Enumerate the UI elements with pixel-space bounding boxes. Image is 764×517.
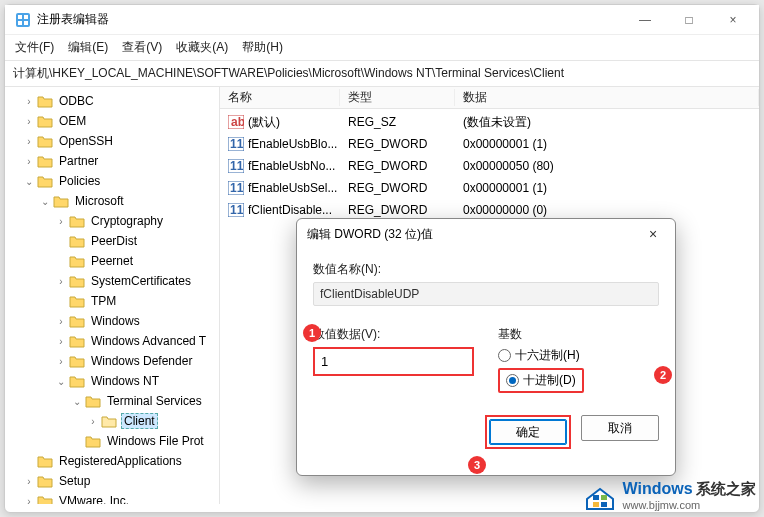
tree-item-setup[interactable]: ›Setup bbox=[5, 471, 219, 491]
radio-hex-row[interactable]: 十六进制(H) bbox=[498, 347, 659, 364]
tree-item-vmware[interactable]: ›VMware. Inc. bbox=[5, 491, 219, 504]
svg-rect-2 bbox=[24, 15, 28, 19]
tree-item-peernet[interactable]: Peernet bbox=[5, 251, 219, 271]
chevron-right-icon: › bbox=[55, 356, 67, 367]
dialog-close-button[interactable]: × bbox=[641, 226, 665, 242]
dialog-titlebar: 编辑 DWORD (32 位)值 × bbox=[297, 219, 675, 249]
chevron-right-icon: › bbox=[55, 216, 67, 227]
menu-help[interactable]: 帮助(H) bbox=[242, 39, 283, 56]
radio-dec[interactable] bbox=[506, 374, 519, 387]
col-name[interactable]: 名称 bbox=[220, 89, 340, 106]
tree-item-partner[interactable]: ›Partner bbox=[5, 151, 219, 171]
folder-open-icon bbox=[101, 414, 117, 428]
svg-rect-1 bbox=[18, 15, 22, 19]
value-row[interactable]: 110fEnableUsbNo... REG_DWORD 0x00000050 … bbox=[220, 155, 759, 177]
folder-icon bbox=[37, 154, 53, 168]
value-data-label: 数值数据(V): bbox=[313, 326, 474, 343]
base-label: 基数 bbox=[498, 326, 659, 343]
tree-label: Peernet bbox=[89, 254, 135, 268]
ok-button[interactable]: 确定 bbox=[489, 419, 567, 445]
value-name: fEnableUsbNo... bbox=[248, 159, 335, 173]
value-type: REG_DWORD bbox=[340, 159, 455, 173]
cancel-button[interactable]: 取消 bbox=[581, 415, 659, 441]
folder-icon bbox=[69, 214, 85, 228]
tree-item-windows[interactable]: ›Windows bbox=[5, 311, 219, 331]
col-data[interactable]: 数据 bbox=[455, 89, 759, 106]
svg-rect-18 bbox=[601, 502, 607, 507]
value-name: (默认) bbox=[248, 114, 280, 131]
tree-item-registeredapplications[interactable]: RegisteredApplications bbox=[5, 451, 219, 471]
tree-item-windows-defender[interactable]: ›Windows Defender bbox=[5, 351, 219, 371]
close-button[interactable]: × bbox=[711, 5, 755, 35]
folder-icon bbox=[37, 114, 53, 128]
tree-item-openssh[interactable]: ›OpenSSH bbox=[5, 131, 219, 151]
tree-item-peerdist[interactable]: PeerDist bbox=[5, 231, 219, 251]
tree-item-windows-advanced-threat[interactable]: ›Windows Advanced T bbox=[5, 331, 219, 351]
folder-icon bbox=[37, 474, 53, 488]
binary-value-icon: 110 bbox=[228, 203, 244, 217]
tree-panel[interactable]: ›ODBC ›OEM ›OpenSSH ›Partner ⌄Policies ⌄… bbox=[5, 87, 220, 504]
maximize-button[interactable]: □ bbox=[667, 5, 711, 35]
chevron-right-icon: › bbox=[55, 276, 67, 287]
chevron-right-icon: › bbox=[23, 496, 35, 505]
string-value-icon: ab bbox=[228, 115, 244, 129]
list-header: 名称 类型 数据 bbox=[220, 87, 759, 109]
value-data: (数值未设置) bbox=[455, 114, 759, 131]
annotation-badge-2: 2 bbox=[654, 366, 672, 384]
value-data-input[interactable] bbox=[313, 347, 474, 376]
radio-dec-row[interactable]: 十进制(D) bbox=[498, 368, 584, 393]
chevron-right-icon: › bbox=[23, 476, 35, 487]
tree-item-systemcertificates[interactable]: ›SystemCertificates bbox=[5, 271, 219, 291]
tree-label: OEM bbox=[57, 114, 88, 128]
values-list[interactable]: ab(默认) REG_SZ (数值未设置) 110fEnableUsbBlo..… bbox=[220, 109, 759, 223]
value-data: 0x00000000 (0) bbox=[455, 203, 759, 217]
titlebar: 注册表编辑器 — □ × bbox=[5, 5, 759, 35]
col-type[interactable]: 类型 bbox=[340, 89, 455, 106]
tree-item-oem[interactable]: ›OEM bbox=[5, 111, 219, 131]
tree-item-windows-file-protection[interactable]: Windows File Prot bbox=[5, 431, 219, 451]
folder-icon bbox=[69, 334, 85, 348]
tree-label: Client bbox=[121, 413, 158, 429]
value-row[interactable]: ab(默认) REG_SZ (数值未设置) bbox=[220, 111, 759, 133]
minimize-button[interactable]: — bbox=[623, 5, 667, 35]
svg-text:110: 110 bbox=[230, 159, 244, 173]
chevron-right-icon: › bbox=[23, 156, 35, 167]
tree-item-tpm[interactable]: TPM bbox=[5, 291, 219, 311]
menu-edit[interactable]: 编辑(E) bbox=[68, 39, 108, 56]
edit-dword-dialog: 编辑 DWORD (32 位)值 × 数值名称(N): fClientDisab… bbox=[296, 218, 676, 476]
tree-item-policies[interactable]: ⌄Policies bbox=[5, 171, 219, 191]
tree-item-terminal-services[interactable]: ⌄Terminal Services bbox=[5, 391, 219, 411]
value-row[interactable]: 110fEnableUsbBlo... REG_DWORD 0x00000001… bbox=[220, 133, 759, 155]
menu-file[interactable]: 文件(F) bbox=[15, 39, 54, 56]
value-row[interactable]: 110fEnableUsbSel... REG_DWORD 0x00000001… bbox=[220, 177, 759, 199]
menu-favorites[interactable]: 收藏夹(A) bbox=[176, 39, 228, 56]
tree-label: Terminal Services bbox=[105, 394, 204, 408]
dialog-title: 编辑 DWORD (32 位)值 bbox=[307, 226, 641, 243]
value-type: REG_DWORD bbox=[340, 137, 455, 151]
tree-label: TPM bbox=[89, 294, 118, 308]
annotation-badge-1: 1 bbox=[303, 324, 321, 342]
svg-rect-15 bbox=[593, 495, 599, 500]
menu-view[interactable]: 查看(V) bbox=[122, 39, 162, 56]
tree-item-windows-nt[interactable]: ⌄Windows NT bbox=[5, 371, 219, 391]
folder-icon bbox=[37, 454, 53, 468]
address-bar[interactable]: 计算机\HKEY_LOCAL_MACHINE\SOFTWARE\Policies… bbox=[5, 61, 759, 87]
tree-item-client[interactable]: ›Client bbox=[5, 411, 219, 431]
value-type: REG_SZ bbox=[340, 115, 455, 129]
tree-label: RegisteredApplications bbox=[57, 454, 184, 468]
tree-label: PeerDist bbox=[89, 234, 139, 248]
tree-item-microsoft[interactable]: ⌄Microsoft bbox=[5, 191, 219, 211]
value-name-label: 数值名称(N): bbox=[313, 261, 659, 278]
tree-label: VMware. Inc. bbox=[57, 494, 131, 504]
value-type: REG_DWORD bbox=[340, 203, 455, 217]
radio-hex[interactable] bbox=[498, 349, 511, 362]
dialog-body: 数值名称(N): fClientDisableUDP 数值数据(V): 基数 十… bbox=[297, 249, 675, 461]
svg-rect-4 bbox=[24, 21, 28, 25]
tree-item-cryptography[interactable]: ›Cryptography bbox=[5, 211, 219, 231]
folder-icon bbox=[69, 254, 85, 268]
chevron-right-icon: › bbox=[55, 336, 67, 347]
value-name: fEnableUsbBlo... bbox=[248, 137, 337, 151]
ok-highlight: 确定 bbox=[485, 415, 571, 449]
folder-icon bbox=[37, 494, 53, 504]
tree-item-odbc[interactable]: ›ODBC bbox=[5, 91, 219, 111]
